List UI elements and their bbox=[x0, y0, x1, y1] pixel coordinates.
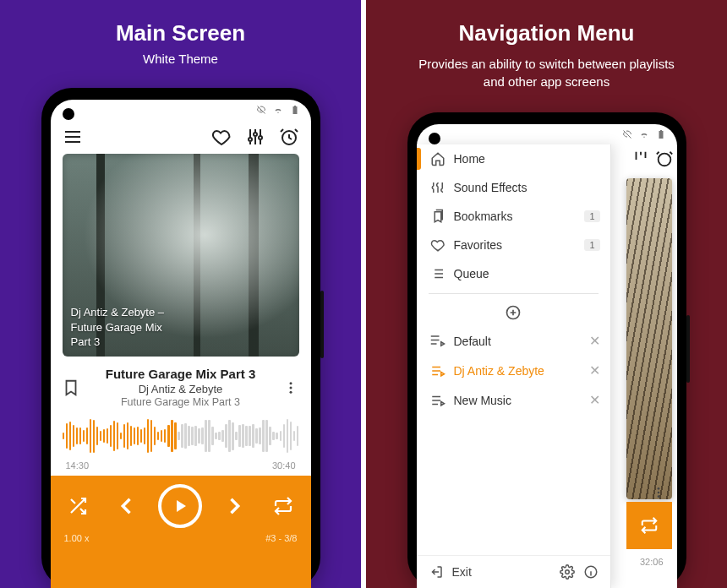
playback-controls: 1.00 x #3 - 3/8 bbox=[51, 476, 311, 588]
svg-point-7 bbox=[657, 495, 659, 498]
play-button[interactable] bbox=[158, 484, 202, 528]
settings-button[interactable] bbox=[560, 564, 575, 580]
previous-button[interactable] bbox=[110, 489, 144, 523]
alarm-icon bbox=[655, 150, 674, 168]
nav-label: Bookmarks bbox=[454, 210, 513, 223]
exit-icon bbox=[429, 564, 444, 580]
phone-mockup: 32:06 Home Sound Effects Bookmarks 1 bbox=[407, 112, 686, 588]
svg-point-3 bbox=[289, 390, 292, 393]
svg-point-1 bbox=[289, 382, 292, 384]
favorites-count-badge: 1 bbox=[584, 239, 599, 251]
nav-item-effects[interactable]: Sound Effects bbox=[417, 173, 610, 202]
nav-item-queue[interactable]: Queue bbox=[417, 259, 610, 288]
track-artist: Dj Antiz & Zebyte bbox=[83, 383, 279, 395]
playlist-label: Default bbox=[454, 335, 491, 348]
album-art-peek bbox=[626, 178, 672, 499]
playlist-item[interactable]: Dj Antiz & Zebyte ✕ bbox=[417, 356, 610, 385]
track-more-button[interactable] bbox=[279, 380, 303, 395]
chevron-right-icon bbox=[222, 494, 246, 518]
nav-item-favorites[interactable]: Favorites 1 bbox=[417, 231, 610, 259]
hamburger-icon bbox=[63, 127, 83, 147]
svg-point-2 bbox=[289, 386, 292, 389]
camera-cutout bbox=[429, 133, 440, 144]
heart-icon bbox=[430, 237, 445, 253]
nav-label: Sound Effects bbox=[454, 181, 527, 194]
sleep-timer-button[interactable] bbox=[276, 123, 303, 150]
remove-playlist-button[interactable]: ✕ bbox=[589, 333, 600, 349]
sliders-icon bbox=[430, 180, 445, 195]
wifi-icon bbox=[272, 105, 284, 115]
track-title: Future Garage Mix Part 3 bbox=[83, 367, 279, 381]
playback-speed[interactable]: 1.00 x bbox=[64, 533, 90, 543]
bookmark-icon bbox=[62, 378, 80, 397]
track-album: Future Garage Mix Part 3 bbox=[83, 396, 279, 408]
remove-playlist-button[interactable]: ✕ bbox=[589, 362, 600, 378]
panel-title: Navigation Menu bbox=[458, 20, 634, 46]
gear-icon bbox=[560, 564, 575, 580]
chevron-left-icon bbox=[115, 494, 139, 518]
svg-point-6 bbox=[657, 492, 659, 494]
eye-off-icon bbox=[255, 105, 267, 115]
nav-item-bookmarks[interactable]: Bookmarks 1 bbox=[417, 202, 610, 231]
battery-icon bbox=[655, 129, 667, 139]
bookmarks-count-badge: 1 bbox=[584, 210, 599, 222]
bookmarks-icon bbox=[430, 209, 445, 224]
wifi-icon bbox=[638, 129, 650, 139]
more-vertical-icon bbox=[283, 380, 298, 395]
nav-item-home[interactable]: Home bbox=[417, 144, 610, 173]
top-app-bar bbox=[51, 120, 311, 154]
playlist-icon bbox=[430, 393, 445, 408]
equalizer-button[interactable] bbox=[242, 123, 269, 150]
queue-icon bbox=[430, 266, 445, 281]
home-icon bbox=[430, 151, 445, 166]
bookmark-button[interactable] bbox=[59, 378, 83, 397]
time-total-peek: 32:06 bbox=[640, 557, 664, 567]
playlist-label: Dj Antiz & Zebyte bbox=[454, 364, 544, 378]
repeat-icon bbox=[273, 496, 293, 516]
menu-button[interactable] bbox=[59, 123, 86, 150]
next-button[interactable] bbox=[217, 489, 251, 523]
phone-mockup: Dj Antiz & Zebyte – Future Garage Mix Pa… bbox=[41, 88, 320, 588]
nav-label: Queue bbox=[454, 267, 489, 280]
waveform-seekbar[interactable] bbox=[63, 416, 299, 455]
art-overlay-text: Dj Antiz & Zebyte – Future Garage Mix Pa… bbox=[71, 305, 165, 350]
status-bar bbox=[51, 100, 311, 120]
exit-button[interactable]: Exit bbox=[452, 565, 472, 579]
heart-icon bbox=[211, 127, 232, 147]
playlist-icon bbox=[430, 334, 445, 349]
repeat-button-peek bbox=[626, 502, 672, 549]
album-art[interactable]: Dj Antiz & Zebyte – Future Garage Mix Pa… bbox=[63, 154, 299, 357]
repeat-button[interactable] bbox=[266, 489, 300, 523]
favorite-button[interactable] bbox=[208, 123, 235, 150]
camera-cutout bbox=[63, 108, 74, 120]
svg-point-9 bbox=[565, 570, 569, 574]
info-button[interactable] bbox=[583, 564, 599, 580]
battery-icon bbox=[289, 105, 301, 115]
plus-circle-icon bbox=[505, 304, 522, 321]
playlist-item[interactable]: New Music ✕ bbox=[417, 385, 610, 415]
playlist-icon bbox=[430, 363, 445, 378]
shuffle-icon bbox=[68, 496, 88, 516]
repeat-icon bbox=[640, 516, 659, 535]
sliders-icon bbox=[631, 150, 650, 168]
left-showcase-panel: Main Screen White Theme bbox=[0, 0, 361, 588]
shuffle-button[interactable] bbox=[61, 489, 95, 523]
panel-title: Main Screen bbox=[116, 20, 245, 46]
svg-point-5 bbox=[657, 487, 659, 490]
time-total: 30:40 bbox=[272, 460, 296, 471]
remove-playlist-button[interactable]: ✕ bbox=[589, 392, 600, 408]
playlist-item[interactable]: Default ✕ bbox=[417, 326, 610, 356]
drawer-separator bbox=[429, 293, 599, 294]
panel-description: Provides an ability to switch between pl… bbox=[412, 55, 682, 90]
panel-subtitle: White Theme bbox=[143, 52, 218, 66]
queue-position[interactable]: #3 - 3/8 bbox=[265, 533, 297, 543]
background-toolbar-peek bbox=[631, 150, 674, 168]
status-bar bbox=[417, 124, 677, 144]
play-icon bbox=[170, 496, 190, 516]
more-vertical-icon bbox=[652, 486, 665, 499]
add-playlist-button[interactable] bbox=[417, 299, 610, 326]
phone-side-button bbox=[320, 291, 324, 358]
track-more-button-peek bbox=[652, 486, 665, 503]
playlist-label: New Music bbox=[454, 394, 511, 407]
time-elapsed: 14:30 bbox=[66, 460, 90, 471]
